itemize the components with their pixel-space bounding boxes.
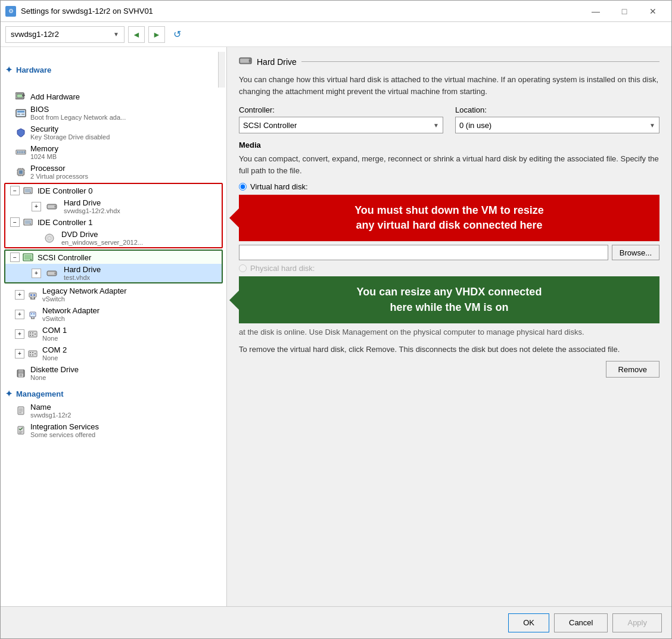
sidebar-item-scsi-hard-drive[interactable]: + Hard Drive test.vhdx <box>5 264 222 282</box>
sidebar-item-com2[interactable]: + COM 2 None <box>1 344 226 363</box>
com1-expand-icon[interactable]: + <box>15 329 24 339</box>
apply-button[interactable]: Apply <box>612 613 662 632</box>
red-banner: You must shut down the VM to resizeany v… <box>239 195 659 241</box>
com2-sublabel: None <box>42 354 222 361</box>
sidebar-item-legacy-network[interactable]: + Legacy Network Adapter vSwitch <box>1 285 226 304</box>
add-hardware-content: Add Hardware <box>30 92 222 101</box>
cancel-button[interactable]: Cancel <box>554 613 608 632</box>
main-content: ✦ Hardware Add Hardwa <box>1 47 671 606</box>
ok-button[interactable]: OK <box>508 613 549 632</box>
left-panel: ✦ Hardware Add Hardwa <box>1 47 227 606</box>
scsi-hd-sublabel: test.vhdx <box>64 274 101 281</box>
legacy-net-expand-icon[interactable]: + <box>15 290 24 300</box>
controller-select[interactable]: SCSI Controller ▼ <box>239 117 443 133</box>
integration-icon <box>15 426 27 435</box>
svg-rect-50 <box>33 294 35 296</box>
title-controls: — □ ✕ <box>582 2 667 20</box>
browse-button[interactable]: Browse... <box>612 245 659 260</box>
ide0-expand-icon[interactable]: − <box>10 186 20 195</box>
security-label: Security <box>30 124 222 133</box>
management-section-header: ✦ Management <box>1 386 226 401</box>
sidebar-item-name[interactable]: Name svwdsg1-12r2 <box>1 401 226 420</box>
ide0-hd-expand-icon[interactable]: + <box>32 202 41 211</box>
remove-button[interactable]: Remove <box>606 361 659 378</box>
forward-button[interactable]: ► <box>148 26 165 43</box>
scsi-hd-icon <box>46 269 58 278</box>
back-button[interactable]: ◄ <box>128 26 145 43</box>
svg-point-62 <box>35 333 36 335</box>
name-icon <box>15 406 27 416</box>
sidebar-item-add-hardware[interactable]: Add Hardware <box>1 90 226 103</box>
svg-point-60 <box>32 332 33 333</box>
sidebar-item-scsi-controller[interactable]: − SCSI Controller <box>5 251 222 264</box>
right-panel: Hard Drive You can change how this virtu… <box>227 47 671 606</box>
svg-point-59 <box>30 335 31 336</box>
vm-dropdown[interactable]: svwdsg1-12r2 ▼ <box>5 26 125 43</box>
network-expand-icon[interactable]: + <box>15 310 24 319</box>
integration-label: Integration Services <box>30 422 222 431</box>
svg-rect-7 <box>21 114 24 115</box>
diskette-label: Diskette Drive <box>30 365 222 374</box>
minimize-button[interactable]: — <box>582 2 609 20</box>
svg-point-82 <box>249 60 251 62</box>
name-sublabel: svwdsg1-12r2 <box>30 412 222 419</box>
refresh-button[interactable]: ↺ <box>169 26 185 43</box>
ide0-content: IDE Controller 0 <box>38 186 217 195</box>
svg-rect-56 <box>33 313 35 314</box>
maximize-button[interactable]: □ <box>611 2 638 20</box>
management-section-icon: ✦ <box>5 389 13 398</box>
hardware-section-label: Hardware <box>16 66 51 74</box>
svg-rect-14 <box>19 170 23 174</box>
ide0-hd-icon <box>46 202 58 211</box>
hardware-section-icon: ✦ <box>5 65 13 74</box>
sidebar-item-bios[interactable]: BIOS Boot from Legacy Network ada... <box>1 103 226 123</box>
svg-rect-31 <box>48 205 55 208</box>
sidebar-item-integration[interactable]: Integration Services Some services offer… <box>1 420 226 440</box>
ide1-expand-icon[interactable]: − <box>10 217 20 227</box>
ide0-hd-label: Hard Drive <box>64 198 120 207</box>
ide1-label: IDE Controller 1 <box>38 218 217 227</box>
sidebar-item-memory[interactable]: Memory 1024 MB <box>1 142 226 162</box>
hardware-section-header: ✦ Hardware <box>1 49 226 90</box>
ide1-content: IDE Controller 1 <box>38 218 217 227</box>
sidebar-item-dvd-drive[interactable]: DVD Drive en_windows_server_2012... <box>5 229 222 247</box>
svg-rect-9 <box>17 151 18 153</box>
svg-rect-10 <box>20 151 21 153</box>
vm-name-label: svwdsg1-12r2 <box>11 30 59 39</box>
network-sublabel: vSwitch <box>42 315 222 322</box>
diskette-content: Diskette Drive None <box>30 365 222 381</box>
virtual-hd-radio[interactable] <box>239 183 247 191</box>
sidebar-item-security[interactable]: Security Key Storage Drive disabled <box>1 123 226 142</box>
window-icon: ⚙ <box>5 6 16 17</box>
sidebar-item-processor[interactable]: Processor 2 Virtual processors <box>1 162 226 182</box>
svg-rect-11 <box>21 151 23 153</box>
controller-value: SCSI Controller <box>243 121 297 130</box>
svg-point-65 <box>30 354 31 356</box>
ide0-icon <box>22 186 34 195</box>
location-group: Location: 0 (in use) ▼ <box>455 105 659 133</box>
sidebar-item-ide0-hard-drive[interactable]: + Hard Drive svwdsg1-12r2.vhdx <box>5 197 222 216</box>
com2-expand-icon[interactable]: + <box>15 349 24 359</box>
panel-title-line <box>301 61 659 62</box>
network-label: Network Adapter <box>42 306 222 315</box>
svg-point-38 <box>49 238 50 239</box>
close-button[interactable]: ✕ <box>639 2 667 20</box>
vhd-path-input[interactable] <box>239 245 608 260</box>
scsi-expand-icon[interactable]: − <box>10 253 20 262</box>
svg-rect-55 <box>31 313 32 314</box>
memory-label: Memory <box>30 144 222 153</box>
sidebar-item-com1[interactable]: + COM 1 None <box>1 324 226 344</box>
sidebar-item-network-adapter[interactable]: + Network Adapter vSwitch <box>1 304 226 324</box>
location-select[interactable]: 0 (in use) ▼ <box>455 117 659 133</box>
sidebar-item-ide-controller-0[interactable]: − IDE Controller 0 <box>5 184 222 197</box>
media-title: Media <box>239 141 659 149</box>
sidebar-item-diskette[interactable]: Diskette Drive None <box>1 363 226 383</box>
physical-hd-radio[interactable] <box>239 264 247 272</box>
physical-hd-radio-row: Physical hard disk: <box>239 264 659 273</box>
integration-content: Integration Services Some services offer… <box>30 422 222 438</box>
virtual-hd-radio-label: Virtual hard disk: <box>250 182 308 191</box>
dvd-icon <box>43 233 55 243</box>
sidebar-item-ide-controller-1[interactable]: − IDE Controller 1 <box>5 216 222 229</box>
memory-icon <box>15 148 27 157</box>
scsi-hd-expand-icon[interactable]: + <box>32 269 41 278</box>
